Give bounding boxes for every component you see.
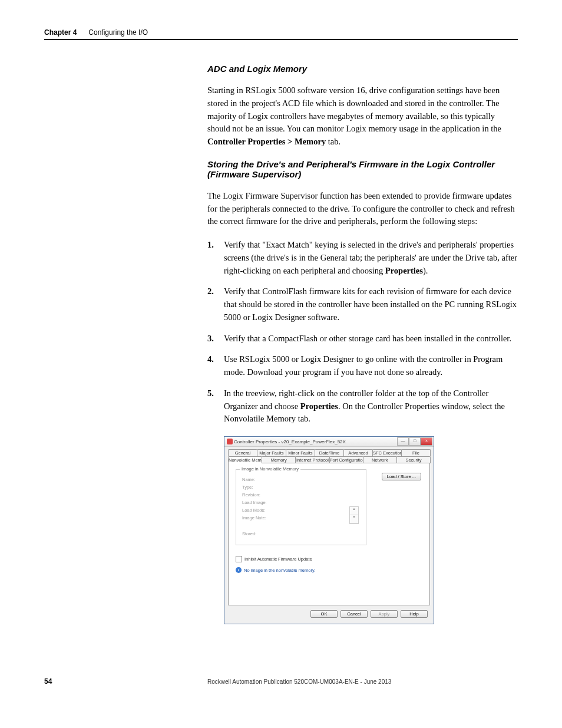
tab-nonvolatile-memory[interactable]: Nonvolatile Memory xyxy=(228,456,262,463)
step-3: Verify that a CompactFlash or other stor… xyxy=(207,332,518,345)
subheading-adc: ADC and Logix Memory xyxy=(207,64,518,74)
step-1: Verify that "Exact Match" keying is sele… xyxy=(207,239,518,277)
chapter-label: Chapter 4 xyxy=(44,28,77,37)
controller-properties-dialog: Controller Properties - v20_Example_Powe… xyxy=(224,436,434,624)
tab-date-time[interactable]: Date/Time xyxy=(315,449,344,456)
dialog-screenshot: Controller Properties - v20_Example_Powe… xyxy=(224,436,518,624)
para-adc-bold: Controller Properties > Memory xyxy=(207,137,326,146)
note-scrollbox: ▲ ▼ xyxy=(349,506,359,524)
chapter-title: Configuring the I/O xyxy=(88,28,148,37)
dialog-footer: OK Cancel Apply Help xyxy=(224,605,434,624)
step-1-tail: ). xyxy=(423,266,428,275)
field-name: Name: xyxy=(242,477,360,482)
info-row: i No image in the nonvolatile memory. xyxy=(236,567,422,573)
page-number: 54 xyxy=(44,677,207,686)
field-stored: Stored: xyxy=(242,531,360,536)
help-button[interactable]: Help xyxy=(401,610,428,618)
info-text: No image in the nonvolatile memory. xyxy=(244,568,315,573)
para-adc: Starting in RSLogix 5000 software versio… xyxy=(207,84,518,149)
tab-major-faults[interactable]: Major Faults xyxy=(257,449,286,456)
tab-minor-faults[interactable]: Minor Faults xyxy=(286,449,315,456)
apply-button[interactable]: Apply xyxy=(371,610,398,618)
field-image-note: Image Note: xyxy=(242,515,360,521)
image-fieldset: Image in Nonvolatile Memory Name: Type: … xyxy=(236,469,366,545)
close-button[interactable]: × xyxy=(421,437,432,446)
field-revision: Revision: xyxy=(242,492,360,498)
para-adc-tail: tab. xyxy=(326,137,340,146)
step-5-bold: Properties xyxy=(300,401,338,411)
tab-panel: Image in Nonvolatile Memory Name: Type: … xyxy=(228,463,430,605)
step-1-bold: Properties xyxy=(385,266,423,275)
dialog-titlebar[interactable]: Controller Properties - v20_Example_Powe… xyxy=(224,437,434,447)
scroll-up-icon[interactable]: ▲ xyxy=(350,507,358,515)
inhibit-label: Inhibit Automatic Firmware Update xyxy=(244,556,312,562)
field-type: Type: xyxy=(242,485,360,490)
dialog-title: Controller Properties - v20_Example_Powe… xyxy=(234,439,346,444)
window-buttons: — □ × xyxy=(397,437,432,446)
load-store-button[interactable]: Load / Store ... xyxy=(382,473,421,480)
app-icon xyxy=(227,439,233,444)
inhibit-checkbox-row: Inhibit Automatic Firmware Update xyxy=(236,556,422,562)
para-firmware: The Logix Firmware Supervisor function h… xyxy=(207,190,518,228)
tab-advanced[interactable]: Advanced xyxy=(343,449,373,456)
para-adc-text: Starting in RSLogix 5000 software versio… xyxy=(207,85,501,133)
fieldset-legend: Image in Nonvolatile Memory xyxy=(240,466,300,472)
tab-general[interactable]: General xyxy=(228,449,257,456)
minimize-button[interactable]: — xyxy=(397,437,409,446)
inhibit-checkbox[interactable] xyxy=(236,556,242,562)
subheading-firmware: Storing the Drive's and Peripheral's Fir… xyxy=(207,159,518,179)
tab-file[interactable]: File xyxy=(401,449,431,456)
dialog-tabs: General Major Faults Minor Faults Date/T… xyxy=(224,447,434,605)
page-header: Chapter 4 Configuring the I/O xyxy=(44,28,518,37)
step-1-text: Verify that "Exact Match" keying is sele… xyxy=(224,240,517,275)
load-store-wrap: Load / Store ... xyxy=(382,473,421,480)
tab-sfc-execution[interactable]: SFC Execution xyxy=(372,449,402,456)
scroll-down-icon[interactable]: ▼ xyxy=(350,515,358,523)
field-load-mode: Load Mode: xyxy=(242,508,360,513)
field-load-image: Load Image: xyxy=(242,500,360,505)
info-icon: i xyxy=(236,567,242,573)
step-4: Use RSLogix 5000 or Logix Designer to go… xyxy=(207,353,518,379)
publication-info: Rockwell Automation Publication 520COM-U… xyxy=(207,678,391,685)
step-2: Verify that ControlFlash firmware kits f… xyxy=(207,285,518,324)
steps-list: Verify that "Exact Match" keying is sele… xyxy=(207,239,518,426)
page-footer: 54 Rockwell Automation Publication 520CO… xyxy=(44,677,518,686)
maximize-button[interactable]: □ xyxy=(409,437,421,446)
ok-button[interactable]: OK xyxy=(310,610,338,618)
step-5: In the treeview, right-click on the cont… xyxy=(207,387,518,426)
header-rule xyxy=(44,39,518,40)
cancel-button[interactable]: Cancel xyxy=(340,610,368,618)
